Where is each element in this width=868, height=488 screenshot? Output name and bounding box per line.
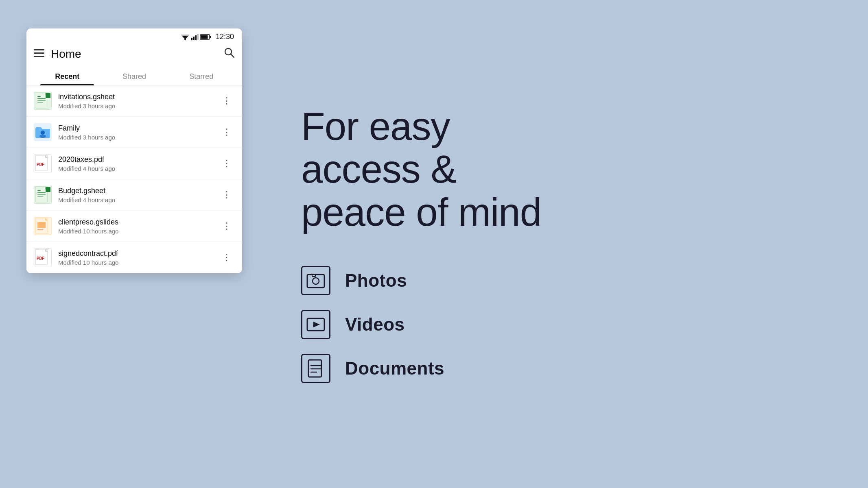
svg-rect-4: [193, 37, 195, 40]
svg-rect-40: [307, 274, 324, 288]
file-meta: Modified 4 hours ago: [58, 165, 219, 172]
file-meta: Modified 10 hours ago: [58, 228, 219, 235]
file-name: Family: [58, 124, 219, 133]
file-info: clientpreso.gslides Modified 10 hours ag…: [58, 218, 219, 235]
app-title: Home: [51, 48, 217, 61]
svg-marker-44: [313, 322, 320, 327]
feature-item-videos: Videos: [301, 310, 835, 339]
svg-rect-10: [34, 49, 44, 50]
svg-rect-3: [191, 38, 192, 40]
battery-icon: [200, 34, 211, 40]
file-info: Family Modified 3 hours ago: [58, 124, 219, 141]
feature-list: Photos Videos Documents: [301, 266, 835, 383]
phone-card: 12:30 Home Recent: [26, 28, 242, 273]
feature-item-photos: Photos: [301, 266, 835, 295]
more-button[interactable]: ⋮: [219, 94, 235, 108]
svg-rect-19: [37, 100, 46, 101]
file-meta: Modified 4 hours ago: [58, 196, 219, 203]
photos-icon: [301, 266, 330, 295]
tab-starred[interactable]: Starred: [168, 67, 235, 85]
menu-icon[interactable]: [34, 49, 44, 59]
more-button[interactable]: ⋮: [219, 219, 235, 233]
search-button[interactable]: [223, 47, 235, 61]
svg-rect-36: [37, 229, 43, 230]
videos-icon: [301, 310, 330, 339]
file-name: Budget.gsheet: [58, 186, 219, 196]
file-meta: Modified 10 hours ago: [58, 259, 219, 266]
svg-rect-11: [34, 52, 44, 54]
file-name: invitations.gsheet: [58, 92, 219, 102]
file-meta: Modified 3 hours ago: [58, 102, 219, 109]
list-item[interactable]: Family Modified 3 hours ago ⋮: [26, 117, 242, 148]
top-bar: Home: [26, 43, 242, 67]
status-bar: 12:30: [26, 28, 242, 43]
more-button[interactable]: ⋮: [219, 125, 235, 139]
svg-text:PDF: PDF: [37, 162, 44, 167]
svg-rect-31: [37, 196, 43, 197]
videos-label: Videos: [345, 314, 404, 335]
documents-icon: [301, 354, 330, 383]
gsheet-icon: [34, 186, 52, 204]
svg-rect-42: [312, 274, 315, 277]
tab-recent[interactable]: Recent: [34, 67, 101, 85]
file-meta: Modified 3 hours ago: [58, 134, 219, 141]
svg-rect-9: [201, 35, 208, 39]
gslides-icon: [34, 217, 52, 235]
file-info: Budget.gsheet Modified 4 hours ago: [58, 186, 219, 203]
file-name: signedcontract.pdf: [58, 249, 219, 258]
file-name: clientpreso.gslides: [58, 218, 219, 227]
file-info: 2020taxes.pdf Modified 4 hours ago: [58, 155, 219, 172]
svg-point-2: [184, 39, 186, 40]
pdf-icon: PDF: [34, 248, 52, 266]
file-name: 2020taxes.pdf: [58, 155, 219, 164]
documents-label: Documents: [345, 358, 444, 379]
svg-rect-30: [37, 194, 46, 195]
wifi-icon: [181, 34, 190, 40]
feature-item-documents: Documents: [301, 354, 835, 383]
photos-label: Photos: [345, 270, 407, 291]
status-time: 12:30: [216, 33, 234, 41]
svg-rect-18: [37, 98, 46, 99]
gsheet-icon: [34, 92, 52, 110]
svg-line-14: [231, 54, 234, 57]
file-list: invitations.gsheet Modified 3 hours ago …: [26, 85, 242, 273]
list-item[interactable]: Budget.gsheet Modified 4 hours ago ⋮: [26, 179, 242, 211]
folder-shared-icon: [34, 123, 52, 141]
tab-shared[interactable]: Shared: [101, 67, 168, 85]
more-button[interactable]: ⋮: [219, 251, 235, 264]
list-item[interactable]: clientpreso.gslides Modified 10 hours ag…: [26, 211, 242, 242]
svg-point-22: [41, 131, 45, 135]
file-info: invitations.gsheet Modified 3 hours ago: [58, 92, 219, 109]
hero-text: For easy access & peace of mind: [301, 105, 835, 234]
svg-rect-5: [195, 35, 197, 40]
svg-rect-32: [37, 190, 41, 191]
svg-rect-8: [210, 36, 211, 38]
svg-marker-28: [45, 187, 48, 189]
svg-marker-17: [45, 93, 48, 95]
file-info: signedcontract.pdf Modified 10 hours ago: [58, 249, 219, 266]
tabs: Recent Shared Starred: [26, 67, 242, 85]
svg-text:PDF: PDF: [37, 256, 44, 261]
left-panel: 12:30 Home Recent: [0, 0, 269, 488]
list-item[interactable]: PDF 2020taxes.pdf Modified 4 hours ago ⋮: [26, 148, 242, 179]
status-icons: [181, 34, 211, 40]
svg-rect-6: [197, 34, 199, 40]
svg-rect-29: [37, 192, 46, 193]
svg-point-23: [39, 135, 46, 138]
svg-rect-12: [34, 56, 44, 57]
svg-point-41: [313, 278, 319, 284]
more-button[interactable]: ⋮: [219, 188, 235, 202]
right-panel: For easy access & peace of mind Photos: [269, 0, 868, 488]
list-item[interactable]: PDF signedcontract.pdf Modified 10 hours…: [26, 242, 242, 273]
svg-rect-21: [37, 96, 41, 97]
list-item[interactable]: invitations.gsheet Modified 3 hours ago …: [26, 85, 242, 117]
svg-rect-35: [37, 222, 46, 228]
svg-rect-20: [37, 102, 43, 103]
more-button[interactable]: ⋮: [219, 157, 235, 170]
pdf-icon: PDF: [34, 155, 52, 172]
signal-icon: [191, 34, 199, 40]
